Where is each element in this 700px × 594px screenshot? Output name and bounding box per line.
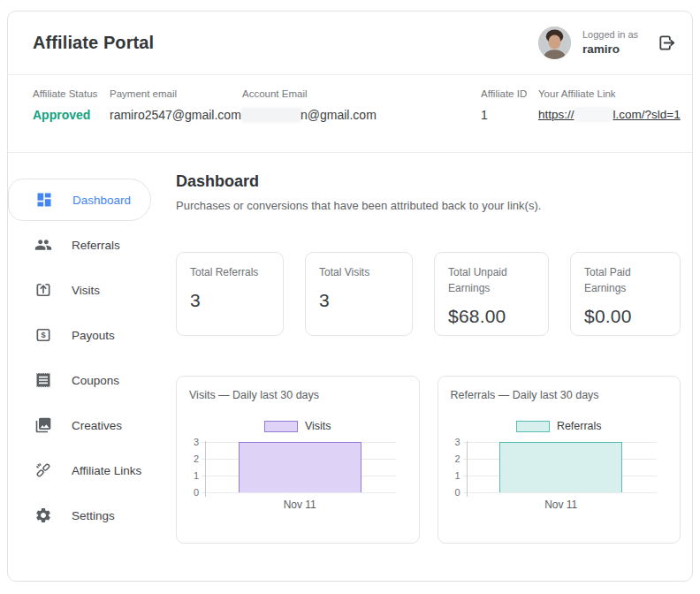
y-axis-labels: 3 2 1 0 — [451, 442, 467, 492]
affiliate-info-bar: Affiliate Status Approved Payment email … — [8, 75, 692, 153]
affiliate-status-label: Affiliate Status — [33, 88, 110, 99]
referrals-chart-card: Referrals — Daily last 30 days Referrals… — [438, 376, 681, 544]
stat-label: Total Unpaid Earnings — [448, 264, 535, 296]
sidebar: Dashboard Referrals Visits — [8, 153, 158, 581]
dashboard-description: Purchases or conversions that have been … — [176, 199, 681, 212]
x-axis-label: Nov 11 — [239, 499, 361, 511]
dashboard-icon — [35, 191, 53, 209]
visits-area-series — [239, 442, 361, 492]
redacted-email-segment — [242, 109, 301, 121]
chart-title: Visits — Daily last 30 days — [189, 389, 407, 401]
payouts-icon: $ — [34, 326, 52, 344]
sidebar-item-affiliate-links[interactable]: Affiliate Links — [8, 449, 158, 491]
stat-value: $68.00 — [448, 306, 535, 327]
sidebar-item-label: Coupons — [72, 374, 119, 387]
sidebar-item-label: Creatives — [72, 419, 122, 432]
sidebar-item-referrals[interactable]: Referrals — [8, 224, 158, 266]
sidebar-item-label: Visits — [72, 284, 100, 297]
referrals-area-series — [499, 442, 622, 492]
sidebar-item-label: Settings — [72, 509, 115, 522]
sidebar-item-label: Referrals — [72, 239, 120, 252]
payment-email-label: Payment email — [110, 88, 242, 99]
dashboard-content: Dashboard Purchases or conversions that … — [158, 153, 697, 581]
affiliate-id-label: Affiliate ID — [481, 88, 538, 99]
sidebar-item-label: Dashboard — [72, 194, 131, 207]
x-axis-label: Nov 11 — [499, 499, 622, 511]
charts-row: Visits — Daily last 30 days Visits 3 2 1… — [176, 376, 681, 544]
logout-icon[interactable] — [655, 32, 678, 55]
account-email-value: n@gmail.com — [242, 108, 481, 122]
redacted-link-segment — [574, 109, 613, 120]
affiliate-status-value: Approved — [33, 108, 110, 122]
stat-card-unpaid-earnings: Total Unpaid Earnings $68.00 — [434, 252, 549, 336]
sidebar-item-settings[interactable]: Settings — [8, 494, 158, 537]
settings-icon — [34, 506, 52, 524]
chart-legend[interactable]: Referrals — [451, 420, 668, 432]
stat-value: 3 — [190, 290, 270, 311]
sidebar-item-payouts[interactable]: $ Payouts — [8, 314, 158, 356]
chart-plot: 3 2 1 0 — [189, 442, 407, 492]
logged-in-as-label: Logged in as — [582, 28, 638, 42]
sidebar-item-creatives[interactable]: Creatives — [8, 404, 158, 446]
sidebar-item-visits[interactable]: Visits — [8, 269, 158, 311]
stat-label: Total Paid Earnings — [584, 264, 666, 296]
svg-text:$: $ — [41, 331, 45, 339]
legend-swatch — [264, 421, 298, 432]
stat-label: Total Visits — [319, 264, 399, 280]
header: Affiliate Portal Logged in as ramiro — [8, 11, 692, 75]
sidebar-item-label: Affiliate Links — [72, 464, 141, 477]
legend-swatch — [516, 421, 550, 432]
y-axis-line — [205, 441, 206, 497]
stat-card-total-referrals: Total Referrals 3 — [176, 252, 284, 336]
visits-chart-card: Visits — Daily last 30 days Visits 3 2 1… — [176, 376, 420, 544]
legend-label: Referrals — [557, 420, 602, 432]
y-axis-line — [467, 441, 468, 497]
avatar — [538, 27, 571, 59]
affiliate-links-icon — [34, 461, 52, 479]
stat-card-paid-earnings: Total Paid Earnings $0.00 — [570, 252, 681, 336]
affiliate-id-value: 1 — [481, 108, 538, 122]
portal-card: Affiliate Portal Logged in as ramiro — [7, 11, 693, 582]
stat-card-total-visits: Total Visits 3 — [305, 252, 413, 336]
visits-icon — [34, 281, 52, 299]
sidebar-item-dashboard[interactable]: Dashboard — [8, 179, 151, 221]
coupons-icon — [34, 371, 52, 389]
y-axis-labels: 3 2 1 0 — [189, 442, 205, 492]
creatives-icon — [34, 416, 52, 434]
account-email-label: Account Email — [242, 88, 481, 99]
sidebar-item-label: Payouts — [72, 329, 115, 342]
stats-row: Total Referrals 3 Total Visits 3 Total U… — [176, 252, 681, 336]
sidebar-item-coupons[interactable]: Coupons — [8, 359, 158, 401]
affiliate-link[interactable]: https://l.com/?sld=1 — [538, 108, 692, 121]
legend-label: Visits — [305, 420, 331, 432]
chart-legend[interactable]: Visits — [189, 420, 407, 432]
page-title: Affiliate Portal — [33, 33, 154, 53]
chart-title: Referrals — Daily last 30 days — [451, 389, 668, 401]
stat-label: Total Referrals — [190, 264, 270, 280]
referrals-icon — [34, 236, 52, 254]
username: ramiro — [582, 42, 638, 57]
affiliate-link-label: Your Affiliate Link — [538, 88, 692, 99]
stat-value: 3 — [319, 290, 399, 311]
dashboard-heading: Dashboard — [176, 172, 681, 191]
stat-value: $0.00 — [584, 306, 666, 327]
chart-plot: 3 2 1 0 — [451, 442, 668, 492]
payment-email-value: ramiro2547@gmail.com — [110, 108, 242, 122]
